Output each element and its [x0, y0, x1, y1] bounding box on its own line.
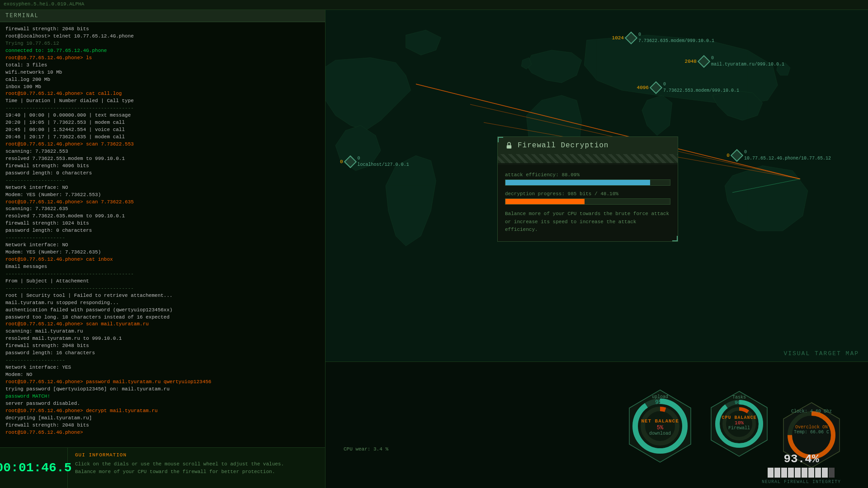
fw-header: Firewall Decryption [498, 137, 678, 154]
terminal-line: call.log 200 Mb [5, 76, 320, 84]
terminal-line: root@10.77.65.12.4G.phone> decrypt mail.… [5, 408, 320, 415]
gui-info-line1: Click on the dials or use the mouse scro… [75, 460, 318, 468]
decryption-progress-bg [505, 198, 670, 205]
upload-val: 95% [624, 399, 696, 406]
net-balance-dial[interactable]: upload 95% NET BALANCE 5% download [624, 386, 696, 474]
gui-info-line2: Balance more of your CPU toward the fire… [75, 468, 318, 476]
terminal-line: root@10.77.65.12.4G.phone> [5, 429, 320, 436]
fw-attack-label: attack efficiency: 88.09% [505, 172, 670, 178]
integrity-value: 93.4% [762, 452, 841, 466]
download-label: download [624, 431, 696, 436]
node3-value-left: 4096 [637, 85, 649, 90]
terminal-line: firewall strength: 2048 bits [5, 343, 320, 350]
terminal-line: root@10.77.65.12.4G.phone> cat inbox [5, 256, 320, 263]
terminal-line: From | Subject | Attachement [5, 278, 320, 285]
terminal-line: Modem: NO [5, 371, 320, 379]
terminal-line: Time | Duration | Number dialed | Call t… [5, 98, 320, 105]
terminal-line: root@10.77.65.12.4G.phone> password mail… [5, 379, 320, 386]
tasks-val: 90% [708, 400, 771, 405]
terminal-line: scanning: 7.73622.553 [5, 148, 320, 155]
node4-value-left: 0 [726, 153, 730, 158]
node4-info: 0 10.77.65.12.4G.phone/10.77.65.12 [744, 149, 831, 162]
svg-rect-10 [507, 145, 512, 149]
terminal-line: connected to: 10.77.65.12.4G.phone [5, 47, 320, 55]
hazard-stripes [498, 154, 678, 163]
terminal-line: password MATCH! [5, 393, 320, 400]
fw-hint: Balance more of your CPU towards the bru… [505, 210, 670, 234]
node3-info: 0 7.73622.553.modem/999.10.0.1 [663, 81, 739, 94]
time-display: 00:01:46.5 [0, 448, 68, 488]
bar2 [774, 468, 780, 478]
integrity-label: NEURAL FIREWALL INTEGRITY [762, 479, 841, 484]
terminal-line: trying password [qwertyuiop123456] on: m… [5, 386, 320, 393]
terminal-line: Trying 10.77.65.12 [5, 40, 320, 47]
bar9 [822, 468, 828, 478]
map-node-4: 0 0 10.77.65.12.4G.phone/10.77.65.12 [726, 149, 831, 162]
terminal-line: firewall strength: 4096 bits [5, 163, 320, 170]
terminal-line: ----------------------------------------… [5, 105, 320, 112]
map-node-2: 2048 0 mail.tyuratam.ru/999.10.0.1 [685, 55, 784, 68]
node2-info: 0 mail.tyuratam.ru/999.10.0.1 [711, 55, 784, 68]
integrity-bars [762, 468, 841, 478]
cpu-wear-label: CPU wear: 3.4 % [344, 446, 388, 452]
firewall-val: 10% [708, 420, 771, 426]
terminal-line: resolved 7.73622.635.modem to 999.10.0.1 [5, 213, 320, 220]
bar10 [829, 468, 835, 478]
attack-progress-fill [505, 180, 650, 185]
gui-info-title: GUI INFORMATION [75, 452, 318, 458]
node4-diamond [731, 149, 743, 162]
bottom-bar: 00:01:46.5 GUI INFORMATION Click on the … [0, 447, 325, 488]
terminal-line: root@10.77.65.12.4G.phone> cat call.log [5, 90, 320, 98]
terminal-line: inbox 100 Mb [5, 84, 320, 91]
attack-progress-bg [505, 179, 670, 186]
terminal-line: wifi.networks 10 Mb [5, 69, 320, 76]
terminal-line: root@10.77.65.12.4G.phone> ls [5, 55, 320, 62]
terminal-line: password length: 0 characters [5, 170, 320, 177]
terminal-line: 20:45 | 00:00 | 1.52442.554 | voice call [5, 127, 320, 134]
terminal-line: firewall strength: 1024 bits [5, 220, 320, 227]
terminal-content[interactable]: firewall strength: 2048 bitsroot@localho… [0, 22, 325, 447]
node2-value-left: 2048 [685, 59, 697, 64]
bar5 [795, 468, 801, 478]
decryption-progress-fill [505, 199, 585, 204]
terminal-line: firewall strength: 2048 bits [5, 422, 320, 429]
integrity-panel: 93.4% NEURAL FIREWALL [762, 452, 841, 484]
terminal-line: Modem: YES (Number: 7.73622.553) [5, 192, 320, 199]
bar8 [815, 468, 821, 478]
terminal-line: root@10.77.65.12.4G.phone> scan 7.73622.… [5, 141, 320, 148]
visual-target-label: VISUAL TARGET MAP [783, 350, 859, 357]
terminal-line: decrypting [mail.tyuratam.ru] [5, 415, 320, 422]
node1-info: 0 7.73622.635.modem/999.10.0.1 [638, 32, 714, 44]
terminal-line: password length: 0 characters [5, 227, 320, 235]
lock-icon [505, 141, 513, 150]
gui-info-section: GUI INFORMATION Click on the dials or us… [68, 448, 325, 488]
terminal-line: root@10.77.65.12.4G.phone> scan 7.73622.… [5, 199, 320, 206]
stats-panel: CPU wear: 3.4 % upload 95% NET BALANCE [326, 361, 868, 488]
terminal-line: ----------------------------------------… [5, 271, 320, 278]
terminal-line: ----------------------------------------… [5, 285, 320, 292]
terminal-line: Modem: YES (Number: 7.73622.635) [5, 249, 320, 256]
terminal-line: authentication failed with password (qwe… [5, 307, 320, 314]
map-node-3: 4096 0 7.73622.553.modem/999.10.0.1 [637, 81, 739, 94]
fw-decryption-label: decryption progress: 985 bits / 48.10% [505, 191, 670, 197]
terminal-header: TERMINAL [0, 10, 325, 22]
net-balance-title: NET BALANCE [624, 418, 696, 424]
terminal-line: scanning: 7.73622.635 [5, 206, 320, 213]
fw-body: attack efficiency: 88.09% decryption pro… [498, 165, 678, 241]
bar6 [802, 468, 807, 478]
fw-corner-br [672, 236, 678, 241]
bar7 [808, 468, 814, 478]
download-val: 5% [624, 425, 696, 431]
node3-diamond [650, 81, 662, 94]
terminal-line: server password disabled. [5, 400, 320, 408]
terminal-line: root@localhost> telnet 10.77.65.12.4G.ph… [5, 33, 320, 40]
fw-title: Firewall Decryption [518, 141, 609, 150]
node5-diamond [344, 155, 356, 168]
terminal-line: 20:20 | 19:05 | 7.73622.553 | modem call [5, 119, 320, 127]
node5-value-left: 0 [340, 159, 343, 164]
terminal-line: password too long. 18 characters instead… [5, 314, 320, 321]
node2-diamond [698, 55, 710, 68]
terminal-line: Network interface: YES [5, 364, 320, 371]
firewall-label: Firewall [708, 426, 771, 431]
fw-corner-tl [498, 137, 503, 142]
